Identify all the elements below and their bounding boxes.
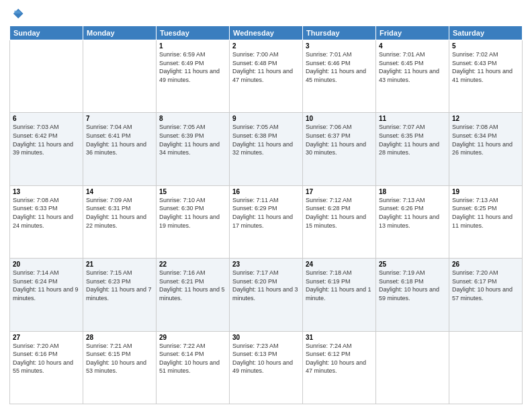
day-info: Sunrise: 7:18 AM Sunset: 6:19 PM Dayligh… [306,269,373,302]
day-number: 26 [452,261,519,268]
calendar-week-row: 13Sunrise: 7:08 AM Sunset: 6:33 PM Dayli… [10,185,523,258]
calendar-day-cell: 20Sunrise: 7:14 AM Sunset: 6:24 PM Dayli… [10,259,83,331]
page: SundayMondayTuesdayWednesdayThursdayFrid… [0,0,532,411]
calendar-day-cell: 26Sunrise: 7:20 AM Sunset: 6:17 PM Dayli… [449,259,523,331]
day-info: Sunrise: 7:03 AM Sunset: 6:42 PM Dayligh… [13,123,80,156]
day-info: Sunrise: 7:14 AM Sunset: 6:24 PM Dayligh… [13,269,80,302]
day-info: Sunrise: 7:08 AM Sunset: 6:34 PM Dayligh… [452,123,519,156]
day-info: Sunrise: 7:15 AM Sunset: 6:23 PM Dayligh… [86,269,153,302]
calendar-week-row: 20Sunrise: 7:14 AM Sunset: 6:24 PM Dayli… [10,259,523,331]
calendar-day-cell: 14Sunrise: 7:09 AM Sunset: 6:31 PM Dayli… [83,185,157,258]
day-number: 22 [159,261,226,268]
day-info: Sunrise: 7:06 AM Sunset: 6:37 PM Dayligh… [306,123,373,156]
calendar-day-cell: 11Sunrise: 7:07 AM Sunset: 6:35 PM Dayli… [376,113,449,185]
day-number: 8 [159,115,226,122]
day-number: 29 [159,334,226,341]
day-number: 2 [232,42,300,50]
day-number: 10 [306,115,373,122]
calendar-day-cell: 17Sunrise: 7:12 AM Sunset: 6:28 PM Dayli… [303,185,376,258]
day-number: 21 [86,261,153,268]
day-of-week-header: Wednesday [230,26,303,40]
day-number: 13 [13,188,80,195]
day-info: Sunrise: 6:59 AM Sunset: 6:49 PM Dayligh… [159,50,226,84]
day-number: 31 [306,334,373,341]
day-number: 23 [232,261,300,268]
day-of-week-header: Friday [376,26,449,40]
day-info: Sunrise: 7:00 AM Sunset: 6:48 PM Dayligh… [232,50,300,84]
day-info: Sunrise: 7:07 AM Sunset: 6:35 PM Dayligh… [379,123,446,156]
logo [9,7,26,21]
calendar-day-cell: 23Sunrise: 7:17 AM Sunset: 6:20 PM Dayli… [230,259,303,331]
calendar-day-cell: 4Sunrise: 7:01 AM Sunset: 6:45 PM Daylig… [376,40,449,113]
calendar-day-cell [449,331,523,404]
calendar-day-cell: 19Sunrise: 7:13 AM Sunset: 6:25 PM Dayli… [449,185,523,258]
calendar-day-cell: 18Sunrise: 7:13 AM Sunset: 6:26 PM Dayli… [376,185,449,258]
calendar-week-row: 27Sunrise: 7:20 AM Sunset: 6:16 PM Dayli… [10,331,523,404]
calendar-table: SundayMondayTuesdayWednesdayThursdayFrid… [9,26,523,404]
calendar-day-cell: 15Sunrise: 7:10 AM Sunset: 6:30 PM Dayli… [157,185,230,258]
day-info: Sunrise: 7:01 AM Sunset: 6:46 PM Dayligh… [306,50,373,84]
day-number: 5 [452,42,519,50]
day-info: Sunrise: 7:01 AM Sunset: 6:45 PM Dayligh… [379,50,446,84]
logo-icon [9,7,24,21]
day-info: Sunrise: 7:11 AM Sunset: 6:29 PM Dayligh… [232,196,300,230]
calendar-day-cell: 10Sunrise: 7:06 AM Sunset: 6:37 PM Dayli… [303,113,376,185]
calendar-day-cell: 28Sunrise: 7:21 AM Sunset: 6:15 PM Dayli… [83,331,157,404]
day-of-week-header: Saturday [449,26,523,40]
day-number: 24 [306,261,373,268]
day-number: 15 [159,188,226,195]
calendar-day-cell: 24Sunrise: 7:18 AM Sunset: 6:19 PM Dayli… [303,259,376,331]
day-info: Sunrise: 7:16 AM Sunset: 6:21 PM Dayligh… [159,269,226,302]
calendar-day-cell: 1Sunrise: 6:59 AM Sunset: 6:49 PM Daylig… [157,40,230,113]
calendar-day-cell: 6Sunrise: 7:03 AM Sunset: 6:42 PM Daylig… [10,113,83,185]
day-number: 11 [379,115,446,122]
calendar-day-cell: 2Sunrise: 7:00 AM Sunset: 6:48 PM Daylig… [230,40,303,113]
day-number: 17 [306,188,373,195]
day-number: 6 [13,115,80,122]
calendar-day-cell: 5Sunrise: 7:02 AM Sunset: 6:43 PM Daylig… [449,40,523,113]
day-number: 20 [13,261,80,268]
day-info: Sunrise: 7:10 AM Sunset: 6:30 PM Dayligh… [159,196,226,230]
calendar-header-row: SundayMondayTuesdayWednesdayThursdayFrid… [10,26,523,40]
day-info: Sunrise: 7:05 AM Sunset: 6:39 PM Dayligh… [159,123,226,156]
day-info: Sunrise: 7:20 AM Sunset: 6:17 PM Dayligh… [452,269,519,302]
calendar-day-cell: 31Sunrise: 7:24 AM Sunset: 6:12 PM Dayli… [303,331,376,404]
day-info: Sunrise: 7:22 AM Sunset: 6:14 PM Dayligh… [159,342,226,375]
calendar-day-cell: 3Sunrise: 7:01 AM Sunset: 6:46 PM Daylig… [303,40,376,113]
day-info: Sunrise: 7:23 AM Sunset: 6:13 PM Dayligh… [232,342,300,375]
calendar-day-cell: 7Sunrise: 7:04 AM Sunset: 6:41 PM Daylig… [83,113,157,185]
day-of-week-header: Tuesday [157,26,230,40]
day-number: 3 [306,42,373,50]
day-info: Sunrise: 7:08 AM Sunset: 6:33 PM Dayligh… [13,196,80,230]
day-info: Sunrise: 7:09 AM Sunset: 6:31 PM Dayligh… [86,196,153,230]
calendar-day-cell [376,331,449,404]
calendar-day-cell: 16Sunrise: 7:11 AM Sunset: 6:29 PM Dayli… [230,185,303,258]
day-number: 4 [379,42,446,50]
day-info: Sunrise: 7:24 AM Sunset: 6:12 PM Dayligh… [306,342,373,375]
day-number: 12 [452,115,519,122]
header [9,7,523,21]
day-info: Sunrise: 7:20 AM Sunset: 6:16 PM Dayligh… [13,342,80,375]
calendar-day-cell [83,40,157,113]
day-number: 18 [379,188,446,195]
day-info: Sunrise: 7:13 AM Sunset: 6:26 PM Dayligh… [379,196,446,230]
day-number: 7 [86,115,153,122]
day-info: Sunrise: 7:12 AM Sunset: 6:28 PM Dayligh… [306,196,373,230]
calendar-day-cell: 9Sunrise: 7:05 AM Sunset: 6:38 PM Daylig… [230,113,303,185]
calendar-day-cell: 22Sunrise: 7:16 AM Sunset: 6:21 PM Dayli… [157,259,230,331]
calendar-day-cell: 12Sunrise: 7:08 AM Sunset: 6:34 PM Dayli… [449,113,523,185]
day-info: Sunrise: 7:13 AM Sunset: 6:25 PM Dayligh… [452,196,519,230]
calendar-day-cell: 29Sunrise: 7:22 AM Sunset: 6:14 PM Dayli… [157,331,230,404]
day-of-week-header: Sunday [10,26,83,40]
day-number: 25 [379,261,446,268]
day-of-week-header: Thursday [303,26,376,40]
calendar-day-cell: 25Sunrise: 7:19 AM Sunset: 6:18 PM Dayli… [376,259,449,331]
day-number: 27 [13,334,80,341]
calendar-day-cell: 30Sunrise: 7:23 AM Sunset: 6:13 PM Dayli… [230,331,303,404]
calendar-day-cell: 27Sunrise: 7:20 AM Sunset: 6:16 PM Dayli… [10,331,83,404]
calendar-day-cell [10,40,83,113]
day-info: Sunrise: 7:02 AM Sunset: 6:43 PM Dayligh… [452,50,519,84]
day-info: Sunrise: 7:19 AM Sunset: 6:18 PM Dayligh… [379,269,446,302]
calendar-week-row: 1Sunrise: 6:59 AM Sunset: 6:49 PM Daylig… [10,40,523,113]
calendar-week-row: 6Sunrise: 7:03 AM Sunset: 6:42 PM Daylig… [10,113,523,185]
